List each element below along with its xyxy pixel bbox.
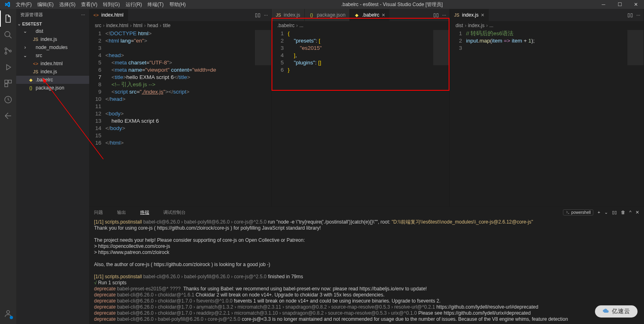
- breadcrumb-item[interactable]: index.js: [468, 23, 485, 28]
- menu-item[interactable]: 文件(F): [13, 1, 34, 8]
- tree-item[interactable]: ⌄dist: [16, 27, 89, 35]
- editor-tab[interactable]: JSindex.js×: [450, 9, 489, 21]
- tree-item[interactable]: ◆.babelrc: [16, 76, 89, 84]
- more-icon[interactable]: ···: [442, 12, 446, 18]
- extensions-icon[interactable]: [0, 75, 16, 92]
- minimize-button[interactable]: ─: [595, 0, 612, 9]
- chevron-up-icon[interactable]: ^: [629, 210, 631, 215]
- code-area[interactable]: 123 // 转码后的es6语法input.map(item => item +…: [450, 30, 644, 207]
- explorer-icon[interactable]: [0, 11, 16, 27]
- code-area[interactable]: 12345678910111213141516 <!DOCTYPE html><…: [89, 30, 271, 207]
- shell-selector[interactable]: powershell: [563, 209, 594, 215]
- menu-item[interactable]: 查看(V): [78, 1, 100, 8]
- tab-label: package.json: [317, 12, 346, 18]
- panel-tab[interactable]: 调试控制台: [163, 209, 186, 215]
- tree-item[interactable]: JSindex.js: [16, 35, 89, 43]
- code-area[interactable]: 123456 { "presets": [ "es2015" ], "plugi…: [272, 30, 449, 207]
- more-icon[interactable]: ···: [81, 12, 85, 17]
- minimap[interactable]: [255, 30, 271, 207]
- badge-dot: [10, 316, 13, 319]
- file-tree: ⌄distJSindex.js›node_modules⌄src<>index.…: [16, 27, 89, 92]
- breadcrumb-item[interactable]: ...: [300, 23, 304, 28]
- dropdown-icon[interactable]: ⌄: [604, 210, 608, 215]
- minimap[interactable]: [433, 30, 449, 207]
- tree-item[interactable]: {}package.json: [16, 84, 89, 92]
- more-icon[interactable]: ···: [636, 12, 640, 18]
- tree-item[interactable]: ⌄src: [16, 51, 89, 60]
- timeline-icon[interactable]: [0, 92, 16, 108]
- search-icon[interactable]: [0, 27, 16, 43]
- close-panel-icon[interactable]: ✕: [635, 210, 639, 215]
- code-lines[interactable]: { "presets": [ "es2015" ], "plugins": []…: [288, 30, 433, 207]
- activity-bar: [0, 9, 16, 324]
- split-terminal-icon[interactable]: ▯▯: [612, 210, 617, 215]
- more-icon[interactable]: ···: [264, 12, 268, 18]
- source-control-icon[interactable]: [0, 43, 16, 59]
- add-terminal-icon[interactable]: +: [597, 210, 600, 215]
- maximize-button[interactable]: ☐: [612, 0, 628, 9]
- terminal-body[interactable]: [1/1] scripts.postinstall babel-cli@6.26…: [89, 217, 644, 324]
- tree-item-label: src: [36, 53, 42, 58]
- accounts-icon[interactable]: [0, 305, 16, 322]
- panel-tab[interactable]: 问题: [94, 209, 103, 215]
- trash-icon[interactable]: 🗑: [621, 210, 625, 215]
- breadcrumbs: dist ›index.js ›...: [450, 21, 644, 30]
- close-icon[interactable]: ×: [481, 12, 484, 18]
- tab-label: index.html: [101, 12, 124, 18]
- sidebar: 资源管理器 ··· ⌄ ES6TEST ⌄distJSindex.js›node…: [16, 9, 89, 324]
- panel-tab[interactable]: 终端: [140, 209, 149, 215]
- run-debug-icon[interactable]: [0, 59, 16, 75]
- editor-tab[interactable]: ◆.babelrc×: [350, 9, 389, 21]
- tab-strip: JSindex.js×▯▯···: [450, 9, 644, 21]
- tab-label: index.js: [284, 12, 300, 18]
- menu-item[interactable]: 终端(T): [145, 1, 166, 8]
- breadcrumb-item[interactable]: html: [133, 23, 143, 28]
- split-editor-icon[interactable]: ▯▯: [255, 12, 261, 18]
- breadcrumb-item[interactable]: dist: [456, 23, 463, 28]
- breadcrumb-item[interactable]: title: [163, 23, 171, 28]
- split-editor-icon[interactable]: ▯▯: [627, 12, 633, 18]
- close-button[interactable]: ✕: [628, 0, 644, 9]
- breadcrumb-item[interactable]: src: [95, 23, 101, 28]
- breadcrumb-item[interactable]: ...: [489, 23, 493, 28]
- watermark: 亿速云: [595, 305, 638, 318]
- svg-point-3: [9, 50, 11, 52]
- line-gutter: 123: [450, 30, 466, 207]
- tree-item[interactable]: ›node_modules: [16, 43, 89, 51]
- code-lines[interactable]: // 转码后的es6语法input.map(item => item + 1);: [466, 30, 627, 207]
- panel-tabs: 问题 输出 终端 调试控制台 powershell + ⌄ ▯▯ 🗑 ^ ✕: [89, 207, 644, 217]
- share-icon[interactable]: [0, 108, 16, 124]
- menu-item[interactable]: 转到(G): [100, 1, 122, 8]
- menu-item[interactable]: 帮助(H): [167, 1, 189, 8]
- split-editor-icon[interactable]: ▯▯: [433, 12, 439, 18]
- window-title: .babelrc - es6test - Visual Studio Code …: [188, 1, 595, 8]
- code-lines[interactable]: <!DOCTYPE html><html lang="en"> <head> <…: [105, 30, 255, 207]
- tree-item-label: node_modules: [36, 45, 68, 50]
- project-header[interactable]: ⌄ ES6TEST: [16, 20, 89, 27]
- editor-tab[interactable]: {}package.json: [305, 9, 350, 21]
- minimap[interactable]: [627, 30, 644, 207]
- editor-area: <>index.html▯▯··· src ›index.html ›html …: [89, 9, 644, 324]
- editor-tab[interactable]: JSindex.js: [272, 9, 305, 21]
- terminal-panel: 问题 输出 终端 调试控制台 powershell + ⌄ ▯▯ 🗑 ^ ✕ […: [89, 207, 644, 324]
- svg-point-0: [5, 32, 10, 37]
- panel-tab[interactable]: 输出: [117, 209, 126, 215]
- breadcrumbs: src ›index.html ›html ›head ›title: [89, 21, 271, 30]
- menu-item[interactable]: 选择(S): [56, 1, 78, 8]
- tree-item-label: package.json: [36, 85, 64, 91]
- tree-item[interactable]: <>index.html: [16, 60, 89, 68]
- vscode-icon: [2, 2, 13, 7]
- breadcrumb-item[interactable]: .babelrc: [277, 23, 295, 28]
- breadcrumb-item[interactable]: index.html: [106, 23, 128, 28]
- line-gutter: 123456: [272, 30, 288, 207]
- tree-item[interactable]: JSindex.js: [16, 68, 89, 76]
- menu-item[interactable]: 运行(R): [123, 1, 145, 8]
- breadcrumb-item[interactable]: head: [147, 23, 158, 28]
- tree-item-label: index.html: [41, 61, 63, 66]
- svg-point-8: [6, 311, 9, 313]
- tree-item-label: dist: [36, 28, 43, 34]
- editor-tab[interactable]: <>index.html: [89, 9, 128, 21]
- close-icon[interactable]: ×: [382, 12, 385, 18]
- svg-rect-5: [9, 80, 11, 83]
- menu-item[interactable]: 编辑(E): [34, 1, 56, 8]
